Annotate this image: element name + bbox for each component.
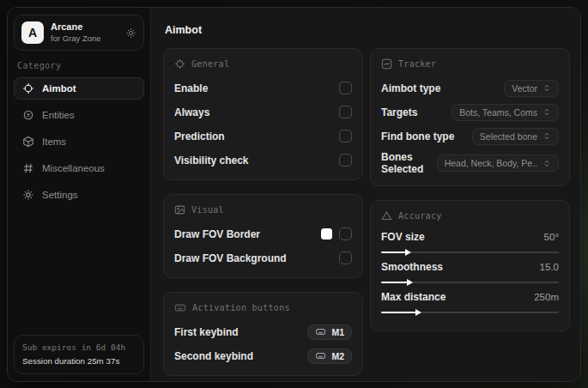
slider-fill[interactable] — [381, 282, 408, 283]
setting-label: Draw FOV Background — [174, 252, 287, 264]
setting-row-second-keybind: Second keybind M2 — [174, 347, 352, 365]
sidebar-item-entities[interactable]: Entities — [14, 104, 144, 126]
prediction-checkbox[interactable] — [339, 130, 352, 142]
sidebar-item-items[interactable]: Items — [14, 130, 144, 153]
trend-icon — [381, 58, 392, 70]
triangle-icon — [381, 210, 392, 221]
sidebar-nav: Aimbot Entities Items Miscellaneous — [14, 77, 144, 206]
setting-label: Max distance — [381, 291, 446, 303]
category-label: Category — [17, 61, 141, 70]
slider-value: 50° — [544, 232, 559, 242]
setting-label: Prediction — [174, 130, 225, 142]
sidebar: A Arcane for Gray Zone Category Aimbot — [8, 8, 151, 381]
slider-fill[interactable] — [381, 252, 406, 253]
aimbot-type-select[interactable]: Vector — [504, 80, 559, 97]
setting-label: Enable — [174, 82, 208, 94]
hash-icon — [22, 162, 34, 174]
keybind-value: M1 — [331, 327, 344, 337]
page-title: Aimbot — [165, 24, 570, 36]
setting-label: Targets — [381, 106, 417, 118]
card-title: Accuracy — [398, 211, 442, 221]
targets-select[interactable]: Bots, Teams, Coms — [452, 104, 559, 121]
accuracy-card-header: Accuracy — [381, 210, 559, 221]
setting-row-aimbot-type: Aimbot type Vector — [381, 79, 559, 97]
visual-card: Visual Draw FOV Border Draw FOV Backgrou… — [163, 194, 363, 278]
right-column: Tracker Aimbot type Vector Targets — [370, 48, 570, 331]
chevrons-up-down-icon — [543, 159, 551, 168]
brand-subtitle: for Gray Zone — [51, 33, 118, 44]
keyboard-icon — [174, 302, 186, 313]
sidebar-item-aimbot[interactable]: Aimbot — [14, 77, 144, 100]
setting-row-always: Always — [174, 103, 352, 121]
entities-icon — [22, 109, 34, 121]
select-value: Selected bone — [480, 131, 537, 142]
draw-fov-background-checkbox[interactable] — [339, 252, 352, 264]
setting-row-prediction: Prediction — [174, 127, 352, 145]
sidebar-item-label: Aimbot — [42, 83, 76, 94]
setting-row-draw-fov-background: Draw FOV Background — [174, 249, 352, 267]
keybind-value: M2 — [331, 351, 344, 361]
activation-buttons-card: Activation buttons First keybind M1 Seco… — [163, 292, 363, 376]
package-icon — [22, 136, 34, 148]
select-value: Bots, Teams, Coms — [459, 107, 537, 118]
setting-row-draw-fov-border: Draw FOV Border — [174, 225, 352, 243]
setting-row-visibility-check: Visibility check — [174, 151, 352, 169]
smoothness-slider[interactable] — [381, 282, 559, 283]
second-keybind-button[interactable]: M2 — [307, 349, 352, 364]
bones-selected-select[interactable]: Head, Neck, Body, Pe.. — [437, 155, 559, 172]
setting-label: FOV size — [381, 231, 425, 243]
brand-gear-icon[interactable] — [125, 27, 136, 39]
sub-expires-text: Sub expires in 6d 04h — [22, 342, 136, 355]
select-value: Head, Neck, Body, Pe.. — [445, 158, 537, 168]
accuracy-card: Accuracy FOV size 50° Smoothness — [370, 200, 570, 331]
slider-group-fov-size: FOV size 50° — [381, 231, 559, 253]
card-title: Tracker — [398, 59, 436, 69]
setting-label: Aimbot type — [381, 82, 440, 94]
setting-row-bones-selected: Bones Selected Head, Neck, Body, Pe.. — [381, 151, 559, 175]
card-columns: General Enable Always Prediction — [163, 48, 570, 376]
first-keybind-button[interactable]: M1 — [307, 324, 352, 340]
left-column: General Enable Always Prediction — [163, 48, 363, 376]
main-content: Aimbot General Enable — [151, 8, 580, 381]
row-controls — [321, 227, 352, 240]
setting-label: Second keybind — [174, 350, 253, 362]
slider-header: Max distance 250m — [381, 291, 559, 303]
setting-label: Visibility check — [174, 155, 249, 167]
setting-row-enable: Enable — [174, 79, 352, 97]
slider-fill[interactable] — [381, 312, 416, 313]
setting-label: Always — [174, 106, 209, 118]
visibility-check-checkbox[interactable] — [339, 154, 352, 167]
slider-value: 15.0 — [540, 262, 559, 272]
slider-group-max-distance: Max distance 250m — [381, 291, 559, 313]
sidebar-item-label: Entities — [42, 110, 75, 120]
sidebar-item-label: Miscellaneous — [42, 163, 105, 173]
brand-text: Arcane for Gray Zone — [51, 21, 118, 44]
general-card: General Enable Always Prediction — [163, 48, 363, 180]
card-title: Activation buttons — [192, 303, 290, 312]
always-checkbox[interactable] — [339, 106, 352, 118]
setting-label: Find bone type — [381, 130, 454, 142]
subscription-info: Sub expires in 6d 04h Session duration 2… — [14, 335, 144, 374]
tracker-card-header: Tracker — [381, 58, 559, 70]
app-window: A Arcane for Gray Zone Category Aimbot — [7, 7, 581, 382]
fov-size-slider[interactable] — [381, 252, 559, 253]
fov-border-color-swatch[interactable] — [321, 228, 332, 239]
visual-card-header: Visual — [174, 204, 352, 215]
chevrons-up-down-icon — [543, 131, 551, 141]
slider-header: FOV size 50° — [381, 231, 559, 243]
crosshair-icon — [174, 58, 185, 70]
find-bone-type-select[interactable]: Selected bone — [472, 128, 559, 145]
sidebar-item-miscellaneous[interactable]: Miscellaneous — [14, 157, 144, 179]
max-distance-slider[interactable] — [381, 312, 559, 313]
sidebar-item-settings[interactable]: Settings — [14, 184, 144, 206]
enable-checkbox[interactable] — [339, 82, 352, 94]
setting-row-find-bone-type: Find bone type Selected bone — [381, 127, 559, 145]
draw-fov-border-checkbox[interactable] — [339, 227, 352, 240]
select-value: Vector — [512, 83, 537, 94]
sidebar-item-label: Items — [42, 136, 66, 147]
chevrons-up-down-icon — [543, 107, 551, 117]
setting-label: Smoothness — [381, 261, 443, 273]
setting-label: Bones Selected — [381, 151, 437, 175]
keyboard-icon — [315, 351, 326, 361]
card-title: General — [191, 59, 229, 69]
